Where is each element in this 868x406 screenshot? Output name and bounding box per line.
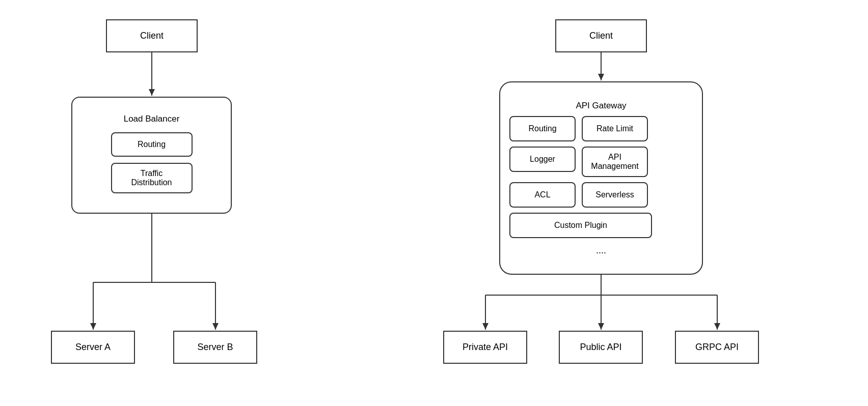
gw-row-2: Logger API Management — [509, 147, 648, 177]
gw-rate-limit-box: Rate Limit — [582, 116, 648, 141]
left-server-b-node: Server B — [173, 331, 257, 364]
svg-marker-1 — [149, 89, 155, 96]
diagram-container: Client Load Balancer Routing Traffic Dis… — [0, 0, 868, 406]
left-server-a-node: Server A — [51, 331, 135, 364]
gw-routing-box: Routing — [509, 116, 576, 141]
right-api-gateway-node: API Gateway Routing Rate Limit Logger AP… — [499, 81, 703, 275]
gw-custom-plugin-label: Custom Plugin — [554, 221, 607, 230]
gw-acl-box: ACL — [509, 182, 576, 208]
right-private-api-node: Private API — [443, 331, 527, 364]
right-grpc-api-label: GRPC API — [695, 342, 739, 353]
right-private-api-label: Private API — [463, 342, 508, 353]
svg-marker-15 — [598, 323, 604, 330]
lb-traffic-label: Traffic Distribution — [131, 169, 172, 187]
right-public-api-node: Public API — [559, 331, 643, 364]
gw-logger-label: Logger — [530, 155, 555, 164]
svg-marker-17 — [714, 323, 720, 330]
gw-api-mgmt-label: API Management — [591, 153, 638, 171]
gw-routing-label: Routing — [528, 124, 556, 133]
right-public-api-label: Public API — [580, 342, 621, 353]
left-server-a-label: Server A — [75, 342, 111, 353]
left-load-balancer-node: Load Balancer Routing Traffic Distributi… — [71, 97, 232, 214]
right-client-node: Client — [555, 19, 647, 52]
left-client-label: Client — [140, 31, 164, 41]
svg-marker-13 — [482, 323, 489, 330]
right-grpc-api-node: GRPC API — [675, 331, 759, 364]
gw-row-1: Routing Rate Limit — [509, 116, 648, 141]
gw-row-3: ACL Serverless — [509, 182, 648, 208]
gw-rate-limit-label: Rate Limit — [596, 124, 633, 133]
right-client-label: Client — [589, 31, 613, 41]
gw-dots: .... — [596, 245, 606, 256]
left-server-b-label: Server B — [197, 342, 233, 353]
left-client-node: Client — [106, 19, 198, 52]
lb-title: Load Balancer — [124, 114, 180, 124]
gw-custom-plugin-box: Custom Plugin — [509, 213, 652, 238]
gw-logger-box: Logger — [509, 147, 576, 172]
lb-routing-box: Routing — [111, 132, 193, 157]
svg-marker-9 — [598, 74, 604, 80]
gw-serverless-box: Serverless — [582, 182, 648, 208]
gw-api-mgmt-box: API Management — [582, 147, 648, 177]
gw-row-4: Custom Plugin — [509, 213, 652, 238]
lb-traffic-box: Traffic Distribution — [111, 163, 193, 193]
gw-acl-label: ACL — [534, 190, 550, 199]
svg-marker-5 — [90, 323, 96, 330]
svg-marker-7 — [212, 323, 219, 330]
lb-routing-label: Routing — [138, 140, 166, 149]
gw-title: API Gateway — [576, 101, 626, 111]
gw-serverless-label: Serverless — [595, 190, 634, 199]
